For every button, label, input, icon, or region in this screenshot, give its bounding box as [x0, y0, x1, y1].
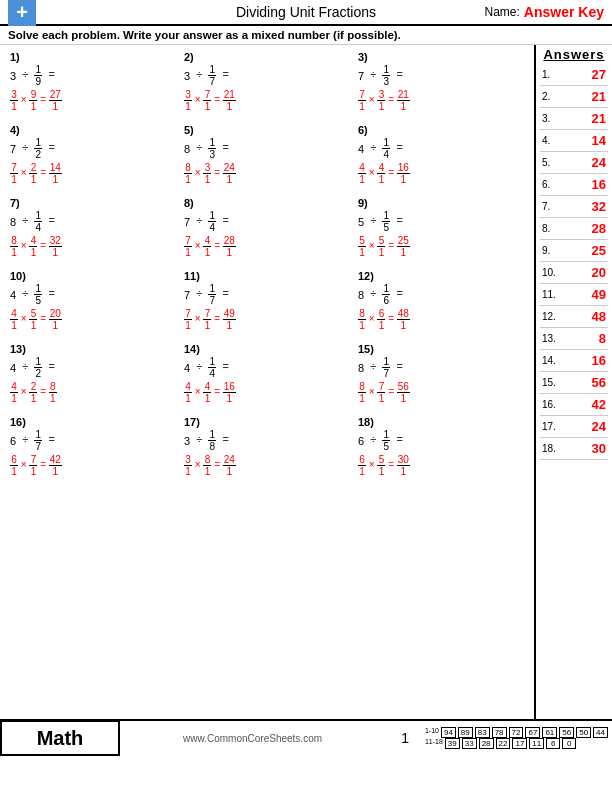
answer-value: 48 — [562, 309, 606, 324]
footer-page-number: 1 — [401, 730, 409, 746]
solution-line: 6 1 × 7 1 = 42 1 — [10, 454, 176, 477]
problem-equation: 4 ÷ 1 5 = — [10, 283, 176, 306]
instruction-text: Solve each problem. Write your answer as… — [0, 26, 612, 45]
solution-line: 7 1 × 3 1 = 21 1 — [358, 89, 524, 112]
problem-number: 12) — [358, 270, 524, 282]
answer-value: 30 — [562, 441, 606, 456]
divisor-fraction: 1 2 — [34, 137, 42, 160]
problem-equation: 7 ÷ 1 3 = — [358, 64, 524, 87]
answer-number: 14. — [542, 355, 562, 366]
main-content: 1) 3 ÷ 1 9 = 3 1 × 9 1 = 27 1 — [0, 45, 612, 719]
problem-block: 16) 6 ÷ 1 7 = 6 1 × 7 1 = 42 1 — [6, 414, 180, 479]
answer-number: 9. — [542, 245, 562, 256]
stat-cell: 6 — [546, 738, 560, 749]
problem-equation: 5 ÷ 1 5 = — [358, 210, 524, 233]
problem-equation: 3 ÷ 1 9 = — [10, 64, 176, 87]
answer-value: 20 — [562, 265, 606, 280]
problem-equation: 3 ÷ 1 8 = — [184, 429, 350, 452]
problem-block: 13) 4 ÷ 1 2 = 4 1 × 2 1 = 8 1 — [6, 341, 180, 406]
problem-equation: 7 ÷ 1 4 = — [184, 210, 350, 233]
stats-row-1: 1-10 94898378726761565044 — [425, 727, 608, 738]
problem-number: 2) — [184, 51, 350, 63]
divisor-fraction: 1 9 — [34, 64, 42, 87]
divisor-fraction: 1 7 — [208, 64, 216, 87]
solution-line: 7 1 × 2 1 = 14 1 — [10, 162, 176, 185]
problem-equation: 8 ÷ 1 3 = — [184, 137, 350, 160]
solution-line: 7 1 × 4 1 = 28 1 — [184, 235, 350, 258]
problem-number: 13) — [10, 343, 176, 355]
problem-block: 10) 4 ÷ 1 5 = 4 1 × 5 1 = 20 1 — [6, 268, 180, 333]
problem-equation: 7 ÷ 1 7 = — [184, 283, 350, 306]
stat-cell: 33 — [462, 738, 477, 749]
problem-equation: 8 ÷ 1 7 = — [358, 356, 524, 379]
name-label: Name: — [485, 5, 520, 19]
solution-line: 4 1 × 2 1 = 8 1 — [10, 381, 176, 404]
divisor-fraction: 1 8 — [208, 429, 216, 452]
problem-block: 5) 8 ÷ 1 3 = 8 1 × 3 1 = 24 1 — [180, 122, 354, 187]
problem-number: 8) — [184, 197, 350, 209]
stat-cell: 22 — [496, 738, 511, 749]
divisor-fraction: 1 5 — [382, 210, 390, 233]
solution-line: 5 1 × 5 1 = 25 1 — [358, 235, 524, 258]
problem-block: 17) 3 ÷ 1 8 = 3 1 × 8 1 = 24 1 — [180, 414, 354, 479]
answer-number: 16. — [542, 399, 562, 410]
page-title: Dividing Unit Fractions — [236, 4, 376, 20]
answer-item: 3. 21 — [540, 108, 608, 130]
answer-value: 16 — [562, 353, 606, 368]
answer-item: 14. 16 — [540, 350, 608, 372]
stat-cell: 61 — [542, 727, 557, 738]
header-name-area: Name: Answer Key — [485, 4, 605, 20]
math-label: Math — [37, 727, 84, 750]
stat-cell: 67 — [525, 727, 540, 738]
problem-number: 10) — [10, 270, 176, 282]
problem-number: 1) — [10, 51, 176, 63]
divisor-fraction: 1 5 — [34, 283, 42, 306]
answers-header: Answers — [540, 47, 608, 62]
divisor-fraction: 1 5 — [382, 429, 390, 452]
problem-equation: 6 ÷ 1 7 = — [10, 429, 176, 452]
answer-item: 17. 24 — [540, 416, 608, 438]
divisor-fraction: 1 7 — [382, 356, 390, 379]
problem-block: 18) 6 ÷ 1 5 = 6 1 × 5 1 = 30 1 — [354, 414, 528, 479]
answer-value: 25 — [562, 243, 606, 258]
problem-block: 12) 8 ÷ 1 6 = 8 1 × 6 1 = 48 1 — [354, 268, 528, 333]
problem-number: 9) — [358, 197, 524, 209]
problem-block: 8) 7 ÷ 1 4 = 7 1 × 4 1 = 28 1 — [180, 195, 354, 260]
stat-cell: 94 — [441, 727, 456, 738]
solution-line: 7 1 × 7 1 = 49 1 — [184, 308, 350, 331]
answer-item: 10. 20 — [540, 262, 608, 284]
stat-cell: 39 — [445, 738, 460, 749]
solution-line: 3 1 × 8 1 = 24 1 — [184, 454, 350, 477]
answer-item: 4. 14 — [540, 130, 608, 152]
problems-area: 1) 3 ÷ 1 9 = 3 1 × 9 1 = 27 1 — [0, 45, 534, 719]
answer-value: 14 — [562, 133, 606, 148]
solution-line: 8 1 × 7 1 = 56 1 — [358, 381, 524, 404]
problem-number: 6) — [358, 124, 524, 136]
answer-number: 4. — [542, 135, 562, 146]
problem-number: 7) — [10, 197, 176, 209]
divisor-fraction: 1 4 — [382, 137, 390, 160]
answer-item: 12. 48 — [540, 306, 608, 328]
answer-item: 6. 16 — [540, 174, 608, 196]
divisor-fraction: 1 3 — [208, 137, 216, 160]
answer-value: 21 — [562, 111, 606, 126]
problem-equation: 4 ÷ 1 4 = — [358, 137, 524, 160]
problem-block: 3) 7 ÷ 1 3 = 7 1 × 3 1 = 21 1 — [354, 49, 528, 114]
answer-item: 8. 28 — [540, 218, 608, 240]
stat-cell: 72 — [509, 727, 524, 738]
problem-block: 14) 4 ÷ 1 4 = 4 1 × 4 1 = 16 1 — [180, 341, 354, 406]
stats-row-2: 11-18 39332822171160 — [425, 738, 608, 749]
problem-block: 11) 7 ÷ 1 7 = 7 1 × 7 1 = 49 1 — [180, 268, 354, 333]
problem-equation: 8 ÷ 1 6 = — [358, 283, 524, 306]
answer-item: 16. 42 — [540, 394, 608, 416]
answer-value: 42 — [562, 397, 606, 412]
problem-block: 4) 7 ÷ 1 2 = 7 1 × 2 1 = 14 1 — [6, 122, 180, 187]
problem-number: 4) — [10, 124, 176, 136]
page-header: + Dividing Unit Fractions Name: Answer K… — [0, 0, 612, 26]
divisor-fraction: 1 7 — [34, 429, 42, 452]
answer-number: 11. — [542, 289, 562, 300]
problem-number: 14) — [184, 343, 350, 355]
solution-line: 8 1 × 4 1 = 32 1 — [10, 235, 176, 258]
divisor-fraction: 1 4 — [208, 356, 216, 379]
divisor-fraction: 1 4 — [34, 210, 42, 233]
